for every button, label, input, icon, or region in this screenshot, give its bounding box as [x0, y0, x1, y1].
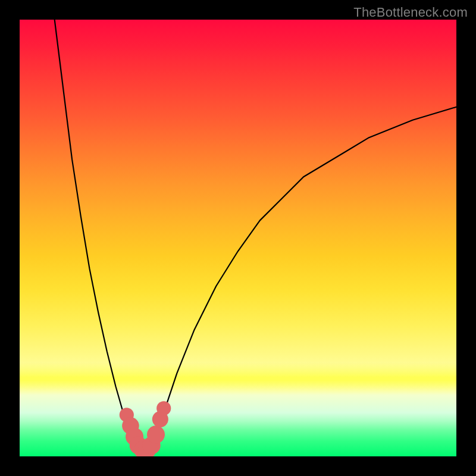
watermark-text: TheBottleneck.com: [353, 5, 468, 20]
curve-layer: [20, 20, 456, 456]
chart-frame: TheBottleneck.com: [0, 0, 476, 476]
plot-area: [20, 20, 456, 456]
curve-left-branch: [55, 20, 137, 447]
marker-cluster: [120, 401, 171, 456]
marker-dot: [156, 401, 171, 415]
marker-dot: [147, 425, 165, 443]
bottleneck-curve: [55, 20, 456, 450]
curve-right-branch: [151, 107, 456, 448]
